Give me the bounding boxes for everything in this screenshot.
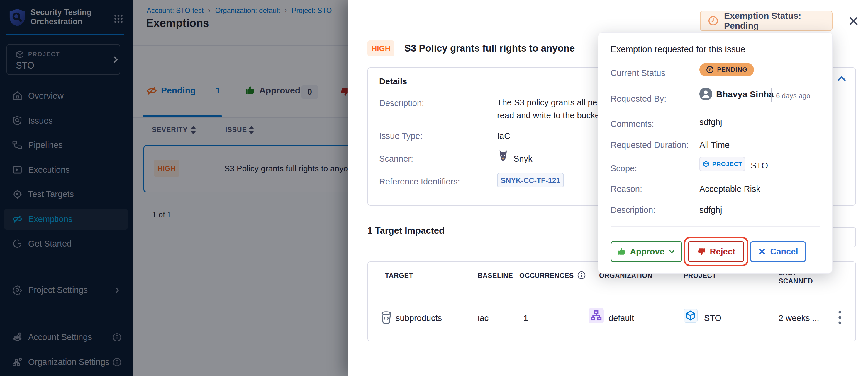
- target-occurrences: 1: [523, 313, 528, 323]
- organization-icon: [589, 308, 604, 323]
- details-heading: Details: [379, 77, 407, 87]
- issue-type-value: IaC: [497, 131, 510, 141]
- scanner-value: Snyk: [514, 154, 532, 164]
- duration-value: All Time: [700, 140, 730, 150]
- issue-type-label: Issue Type:: [379, 131, 423, 141]
- clock-icon: [708, 15, 719, 26]
- scanner-label: Scanner:: [379, 154, 413, 164]
- column-header-target[interactable]: TARGET: [385, 272, 413, 280]
- scope-badge-text: PROJECT: [712, 161, 743, 168]
- target-name[interactable]: subproducts: [396, 313, 442, 323]
- snyk-logo-icon: [497, 149, 509, 163]
- duration-label: Requested Duration:: [611, 140, 688, 150]
- exemption-status-pill: Exemption Status: Pending: [700, 10, 833, 31]
- table-divider: [368, 302, 856, 303]
- reference-id-chip[interactable]: SNYK-CC-TF-121: [497, 173, 564, 187]
- reason-value: Acceptable Risk: [700, 184, 761, 194]
- current-status-label: Current Status: [611, 68, 665, 78]
- target-baseline: iac: [478, 313, 489, 323]
- requested-by-label: Requested By:: [611, 94, 666, 104]
- exemption-popover: Exemption requested for this issue Curre…: [598, 32, 833, 274]
- target-organization: default: [609, 313, 634, 323]
- description-value: sdfghj: [700, 205, 722, 215]
- name-time-divider: [771, 88, 772, 102]
- description-label: Description:: [611, 205, 655, 215]
- requested-by-name: Bhavya Sinha: [716, 89, 774, 99]
- issue-detail-panel: Exemption Status: Pending HIGH S3 Policy…: [348, 0, 868, 376]
- kebab-menu-icon[interactable]: [835, 310, 845, 325]
- description-label: Description:: [379, 98, 424, 108]
- target-project: STO: [704, 313, 721, 323]
- column-header-occurrences[interactable]: OCCURRENCES: [519, 272, 574, 280]
- target-last-scanned: 2 weeks ...: [779, 313, 819, 323]
- description-value-line2: read and write to the bucke: [497, 111, 600, 121]
- exemption-status-text: Exemption Status: Pending: [724, 11, 832, 31]
- project-cube-icon: [684, 309, 698, 323]
- chevron-up-icon[interactable]: [836, 73, 847, 84]
- target-bucket-icon: [380, 310, 393, 324]
- comments-value: sdfghj: [700, 117, 722, 127]
- reject-label: Reject: [710, 247, 735, 257]
- scope-project-chip: PROJECT: [700, 157, 745, 171]
- avatar: [700, 88, 712, 100]
- reference-identifiers-label: Reference Identifiers:: [379, 177, 460, 186]
- description-value-line1: The S3 policy grants all per: [497, 98, 600, 107]
- dim-overlay: [0, 0, 348, 376]
- approve-button[interactable]: Approve: [611, 241, 682, 262]
- popover-divider: [611, 226, 820, 227]
- targets-heading: 1 Target Impacted: [367, 226, 444, 236]
- column-header-baseline[interactable]: BASELINE: [478, 272, 513, 280]
- scope-value: STO: [751, 161, 768, 170]
- chevron-down-icon: [668, 248, 676, 255]
- scope-label: Scope:: [611, 164, 637, 173]
- close-icon[interactable]: [847, 14, 860, 28]
- severity-badge: HIGH: [367, 40, 395, 56]
- info-icon[interactable]: [577, 271, 586, 280]
- x-icon: [758, 247, 767, 256]
- issue-title: S3 Policy grants full rights to anyone: [404, 43, 575, 54]
- cancel-button[interactable]: Cancel: [750, 241, 806, 262]
- requested-time: 6 days ago: [776, 92, 810, 100]
- pending-status-text: PENDING: [717, 66, 747, 73]
- reason-label: Reason:: [611, 184, 642, 194]
- approve-label: Approve: [630, 247, 664, 257]
- reject-button[interactable]: Reject: [688, 241, 744, 262]
- cancel-label: Cancel: [770, 247, 798, 257]
- popover-title: Exemption requested for this issue: [611, 44, 745, 54]
- pending-status-badge: PENDING: [700, 63, 754, 76]
- comments-label: Comments:: [611, 119, 654, 129]
